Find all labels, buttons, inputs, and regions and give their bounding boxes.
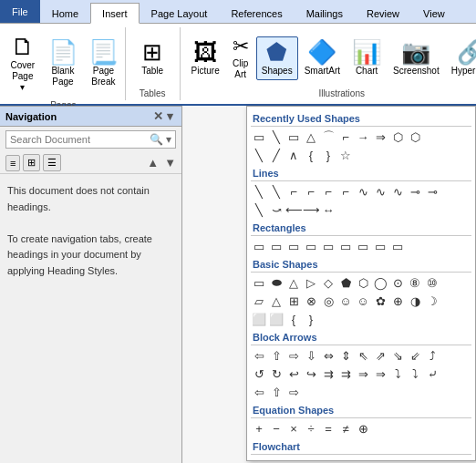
shape-item[interactable]: ▭ (337, 238, 354, 254)
hyperlink-button[interactable]: 🔗 Hyperlin... (446, 36, 476, 80)
shape-item[interactable]: { (303, 147, 319, 163)
shape-item[interactable]: ⇕ (337, 347, 354, 364)
shape-item[interactable]: ⤶ (424, 365, 440, 382)
nav-view-results-button[interactable]: ☰ (43, 154, 61, 171)
shape-item[interactable]: ↺ (251, 365, 267, 382)
shape-item[interactable]: ▭ (303, 238, 319, 254)
tab-mailings[interactable]: Mailings (295, 3, 355, 23)
shape-item[interactable]: ▷ (303, 274, 319, 291)
smartart-button[interactable]: 🔷 SmartArt (299, 36, 346, 80)
shape-item[interactable]: ⇦ (251, 384, 267, 400)
shape-item[interactable]: ◑ (407, 293, 423, 309)
search-icon[interactable]: 🔍 ▾ (150, 133, 171, 146)
shape-item[interactable]: ☽ (424, 293, 440, 309)
tab-home[interactable]: Home (40, 3, 90, 23)
shape-item[interactable]: ⬟ (337, 274, 354, 291)
tab-file[interactable]: File (0, 0, 40, 23)
shape-item[interactable]: ▭ (285, 238, 302, 254)
cover-page-button[interactable]: 🗋 CoverPage ▾ (4, 31, 42, 97)
shape-item[interactable]: ▭ (251, 274, 267, 291)
shape-item[interactable]: ∿ (355, 183, 371, 200)
shape-item[interactable]: ▭ (303, 457, 319, 461)
shape-item[interactable]: ⟵ (285, 201, 302, 218)
shape-item[interactable]: ⌐ (337, 183, 354, 200)
shape-item[interactable]: ▭ (355, 457, 371, 461)
shape-item[interactable]: ↻ (268, 365, 285, 382)
shape-item[interactable]: ▭ (251, 238, 267, 254)
shape-item[interactable]: ≠ (337, 420, 354, 437)
shape-item[interactable]: ⑩ (424, 274, 440, 291)
shape-item[interactable]: ⊙ (389, 274, 406, 291)
shape-item[interactable]: + (251, 420, 267, 437)
shape-item[interactable]: ⬜ (251, 311, 267, 327)
shape-item[interactable]: { (285, 311, 302, 327)
shape-item[interactable]: ⇔ (320, 347, 336, 364)
shape-item[interactable]: ⇨ (285, 347, 302, 364)
picture-button[interactable]: 🖼 Picture (186, 36, 225, 80)
shape-item[interactable]: ↪ (303, 365, 319, 382)
shape-item[interactable]: ⇩ (303, 347, 319, 364)
shape-item[interactable]: △ (303, 129, 319, 145)
shape-item[interactable]: ⬡ (355, 274, 371, 291)
shape-item[interactable]: ▭ (251, 457, 267, 461)
shape-item[interactable]: ⇘ (389, 347, 406, 364)
shape-item[interactable]: ╱ (268, 147, 285, 163)
shape-item[interactable]: ▭ (285, 129, 302, 145)
shape-item[interactable]: ▭ (372, 457, 388, 461)
shape-item[interactable]: ▭ (337, 457, 354, 461)
shape-item[interactable]: ▭ (320, 238, 336, 254)
shape-item[interactable]: ⌒ (320, 129, 336, 145)
shape-item[interactable]: × (285, 420, 302, 437)
shape-item[interactable]: ▭ (407, 457, 423, 461)
shape-item[interactable]: ⌐ (337, 129, 354, 145)
shape-item[interactable]: ⇨ (285, 384, 302, 400)
tab-page-layout[interactable]: Page Layout (140, 3, 220, 23)
shape-item[interactable]: ⇒ (372, 129, 388, 145)
shape-item[interactable]: ▭ (389, 457, 406, 461)
shape-item[interactable]: ↔ (320, 201, 336, 218)
shape-item[interactable]: ⊕ (389, 293, 406, 309)
shape-item[interactable]: ▭ (268, 238, 285, 254)
shape-item[interactable]: ⊕ (355, 420, 371, 437)
shape-item[interactable]: ⊗ (303, 293, 319, 309)
shape-item[interactable]: } (303, 311, 319, 327)
clip-art-button[interactable]: ✂ ClipArt (226, 33, 255, 84)
shape-item[interactable]: ⌐ (303, 183, 319, 200)
chart-button[interactable]: 📊 Chart (347, 36, 387, 80)
shape-item[interactable]: = (320, 420, 336, 437)
shape-item[interactable]: ▭ (372, 238, 388, 254)
shape-item[interactable]: ☺ (337, 293, 354, 309)
shape-item[interactable]: ╲ (251, 201, 267, 218)
shape-item[interactable]: ▭ (251, 129, 267, 145)
shape-item[interactable]: ◯ (372, 274, 388, 291)
shape-item[interactable]: ▱ (251, 293, 267, 309)
shape-item[interactable]: ⇖ (355, 347, 371, 364)
nav-down-arrow[interactable]: ▼ (164, 156, 176, 170)
tab-references[interactable]: References (219, 3, 294, 23)
shape-item[interactable]: ÷ (303, 420, 319, 437)
navigation-close-button[interactable]: ✕ ▾ (150, 109, 176, 123)
shape-item[interactable]: ⇙ (407, 347, 423, 364)
shape-item[interactable]: ◇ (320, 274, 336, 291)
shape-item[interactable]: ☆ (337, 147, 354, 163)
shapes-button[interactable]: ⬟ Shapes (256, 36, 298, 80)
tab-insert[interactable]: Insert (90, 3, 140, 24)
shape-item[interactable]: ↩ (285, 365, 302, 382)
shape-item[interactable]: ⇧ (268, 347, 285, 364)
tab-view[interactable]: View (411, 3, 457, 23)
shape-item[interactable]: ⇒ (355, 365, 371, 382)
shape-item[interactable]: △ (285, 274, 302, 291)
shape-item[interactable]: ▭ (355, 238, 371, 254)
shape-item[interactable]: ▭ (320, 457, 336, 461)
shape-item[interactable]: ⬬ (268, 274, 285, 291)
table-button[interactable]: ⊞ Table (135, 36, 170, 80)
shape-item[interactable]: ⌐ (285, 183, 302, 200)
nav-view-headings-button[interactable]: ≡ (5, 155, 20, 171)
shape-item[interactable]: ☺ (355, 293, 371, 309)
tab-review[interactable]: Review (355, 3, 411, 23)
shape-item[interactable]: △ (268, 293, 285, 309)
shape-item[interactable]: ∧ (285, 147, 302, 163)
shape-item[interactable]: ⇉ (320, 365, 336, 382)
nav-up-arrow[interactable]: ▲ (147, 156, 159, 170)
shape-item[interactable]: − (268, 420, 285, 437)
